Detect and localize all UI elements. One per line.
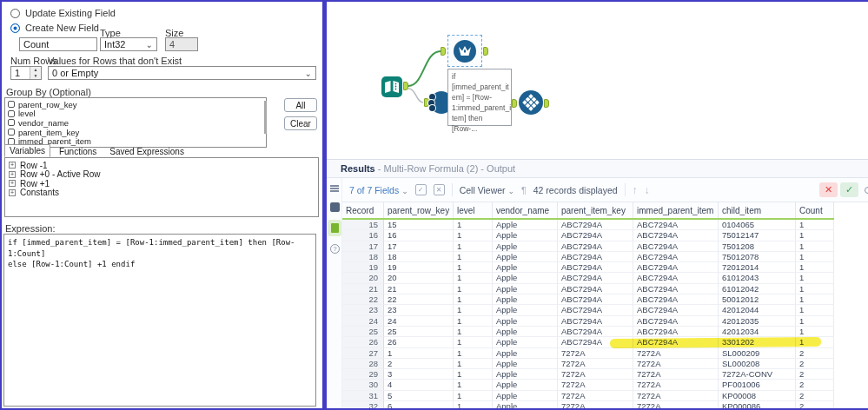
table-row[interactable]: 3041Apple7272A7272APF0010062: [342, 380, 834, 390]
expand-icon[interactable]: +: [9, 171, 16, 178]
cell-viewer-dropdown[interactable]: Cell Viewer ⌄: [460, 185, 514, 195]
cell[interactable]: 1: [454, 220, 493, 230]
cell[interactable]: 19: [342, 262, 384, 273]
cell[interactable]: Apple: [493, 401, 558, 408]
cell[interactable]: 7272A: [558, 359, 633, 369]
cell[interactable]: 31: [342, 391, 384, 401]
cell[interactable]: 24: [342, 316, 384, 327]
table-row[interactable]: 19191AppleABC7294AABC7294A720120141: [342, 262, 834, 273]
cell[interactable]: 21: [384, 284, 454, 294]
type-dropdown[interactable]: Int32⌄: [100, 37, 157, 51]
cell[interactable]: Apple: [493, 348, 558, 359]
cell[interactable]: ABC7294A: [558, 316, 633, 327]
table-row[interactable]: 2931Apple7272A7272A7272A-CONV2: [342, 369, 834, 380]
num-rows-stepper[interactable]: 1 ▲▼: [10, 66, 42, 80]
cell[interactable]: 42012035: [719, 316, 796, 327]
cell[interactable]: 1: [796, 273, 834, 283]
cell[interactable]: 61012042: [719, 284, 796, 294]
cell[interactable]: 3: [384, 369, 454, 380]
cell[interactable]: 21: [342, 284, 384, 294]
spin-up-icon[interactable]: ▲: [30, 67, 41, 73]
cell[interactable]: 7272A: [558, 391, 633, 401]
cell[interactable]: Apple: [493, 262, 558, 273]
cell[interactable]: ABC7294A: [633, 273, 719, 283]
false-filter-button[interactable]: ✕: [819, 182, 838, 197]
cell[interactable]: 1: [796, 230, 834, 241]
cell[interactable]: 75012078: [719, 252, 796, 262]
checkbox-icon[interactable]: [8, 129, 15, 136]
browse-tool[interactable]: [519, 90, 543, 115]
column-header-record[interactable]: Record: [342, 202, 384, 218]
cell[interactable]: Apple: [493, 241, 558, 252]
expand-icon[interactable]: +: [9, 180, 16, 187]
cell[interactable]: 7272A: [558, 401, 633, 408]
cell[interactable]: KP000086: [719, 401, 796, 408]
cell[interactable]: Apple: [493, 305, 558, 315]
cell[interactable]: Apple: [493, 220, 558, 230]
cell[interactable]: Apple: [493, 284, 558, 294]
cell[interactable]: 24: [384, 316, 454, 327]
cell[interactable]: 1: [796, 262, 834, 273]
cell[interactable]: 2: [796, 369, 834, 380]
cell[interactable]: 2: [796, 391, 834, 401]
cell[interactable]: ABC7294A: [558, 262, 633, 273]
cell[interactable]: 1: [454, 230, 493, 241]
tab-variables[interactable]: Variables: [4, 144, 50, 157]
cell[interactable]: 1: [454, 348, 493, 359]
group-by-item[interactable]: level: [8, 109, 263, 119]
cell[interactable]: 23: [342, 305, 384, 315]
cell[interactable]: SL000208: [719, 359, 796, 369]
cell[interactable]: 1: [454, 380, 493, 390]
cell[interactable]: Apple: [493, 359, 558, 369]
column-header-level[interactable]: level: [454, 202, 493, 218]
select-fields-icon[interactable]: ✓: [415, 184, 427, 195]
table-row[interactable]: 20201AppleABC7294AABC7294A610120431: [342, 273, 834, 283]
cell[interactable]: 2: [796, 401, 834, 408]
wire-input-to-multirow[interactable]: [408, 51, 441, 86]
cell[interactable]: 20: [342, 273, 384, 283]
checkbox-icon[interactable]: [8, 101, 15, 108]
column-header-child_item[interactable]: child_item: [719, 202, 796, 218]
cell[interactable]: 1: [796, 241, 834, 252]
column-header-parent_row_key[interactable]: parent_row_key: [384, 202, 454, 218]
panel-view-icon[interactable]: [330, 202, 340, 212]
cell[interactable]: Apple: [493, 316, 558, 327]
expression-editor[interactable]: if [immed_parent_item] = [Row-1:immed_pa…: [3, 234, 316, 407]
table-row[interactable]: 23231AppleABC7294AABC7294A420120441: [342, 305, 834, 315]
cell[interactable]: 30: [342, 380, 384, 390]
cell[interactable]: 1: [796, 305, 834, 315]
tree-item[interactable]: +Row +0 - Active Row: [9, 170, 315, 180]
cell[interactable]: 1: [796, 284, 834, 294]
table-row[interactable]: 3151Apple7272A7272AKP000082: [342, 391, 834, 401]
cell[interactable]: 42012044: [719, 305, 796, 315]
cell[interactable]: Apple: [493, 380, 558, 390]
cell[interactable]: ABC7294A: [558, 220, 633, 230]
input-data-tool[interactable]: [381, 76, 402, 97]
cell[interactable]: ABC7294A: [633, 241, 719, 252]
cell[interactable]: ABC7294A: [633, 316, 719, 327]
cell[interactable]: 2: [796, 380, 834, 390]
cell[interactable]: 7272A: [633, 359, 719, 369]
cell[interactable]: 7272A: [558, 380, 633, 390]
cell[interactable]: 28: [342, 359, 384, 369]
cell[interactable]: 26: [384, 337, 454, 347]
cell[interactable]: 42012034: [719, 327, 796, 337]
cell[interactable]: 15: [342, 220, 384, 230]
true-filter-button[interactable]: ✓: [840, 182, 858, 197]
column-header-count[interactable]: Count: [796, 202, 834, 218]
cell[interactable]: 32: [342, 401, 384, 408]
cell[interactable]: ABC7294A: [633, 327, 719, 337]
cell[interactable]: 1: [454, 369, 493, 380]
cell[interactable]: 7272A: [558, 369, 633, 380]
tree-item[interactable]: +Row +1: [9, 179, 315, 188]
table-row[interactable]: 2711Apple7272A7272ASL0002092: [342, 348, 834, 359]
cell[interactable]: ABC7294A: [558, 241, 633, 252]
tree-item[interactable]: +Constants: [9, 188, 315, 198]
cell[interactable]: 15: [384, 220, 454, 230]
tree-item[interactable]: +Row -1: [9, 161, 315, 170]
cell[interactable]: 7272A: [633, 369, 719, 380]
expand-icon[interactable]: +: [9, 162, 16, 169]
spin-down-icon[interactable]: ▼: [30, 73, 41, 79]
cell[interactable]: PF001006: [719, 380, 796, 390]
cell[interactable]: 26: [342, 337, 384, 347]
